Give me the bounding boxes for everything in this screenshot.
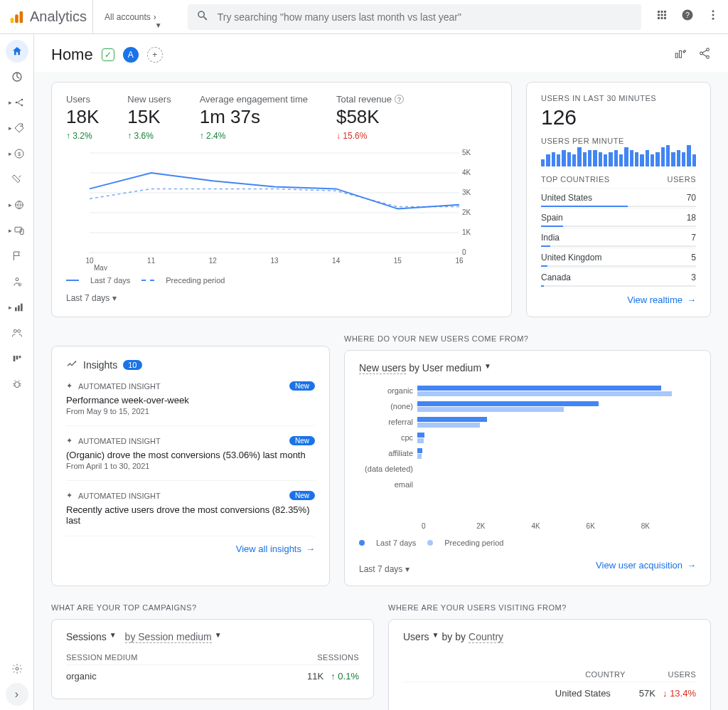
- nav-retention[interactable]: [6, 347, 28, 370]
- realtime-per-min-label: USERS PER MINUTE: [541, 137, 696, 145]
- geo-header: COUNTRYUSERS: [403, 667, 696, 682]
- kpi-new-users[interactable]: New users 15K 3.6%: [127, 94, 171, 141]
- nav-configure[interactable]: [6, 168, 28, 191]
- chevron-right-icon: ›: [154, 12, 156, 22]
- svg-text:$: $: [18, 151, 21, 157]
- header-actions: ?: [655, 9, 719, 25]
- svg-point-34: [707, 55, 710, 58]
- realtime-card: USERS IN LAST 30 MINUTES 126 USERS PER M…: [526, 82, 711, 317]
- realtime-sparkline: [541, 145, 696, 166]
- svg-rect-22: [21, 304, 23, 312]
- share-icon[interactable]: [698, 47, 711, 63]
- nav-settings[interactable]: [6, 657, 28, 680]
- app-logo[interactable]: Analytics: [9, 9, 87, 25]
- info-icon[interactable]: ?: [395, 95, 404, 104]
- date-range-picker[interactable]: Last 7 days ▾: [66, 293, 497, 303]
- insight-item[interactable]: ✦AUTOMATED INSIGHT New Recently active u…: [66, 481, 315, 536]
- side-nav: ▸ ▸ ▸$ ▸ ▸ ▸ ›: [0, 34, 34, 710]
- nav-admin[interactable]: ▸: [6, 194, 28, 216]
- svg-rect-0: [11, 17, 14, 22]
- insights-icon: [66, 358, 77, 371]
- search-bar[interactable]: [188, 4, 641, 30]
- svg-rect-16: [15, 227, 21, 232]
- badge-a[interactable]: A: [123, 47, 139, 63]
- sources-card: New users by User medium ▼ organic (none…: [344, 350, 711, 586]
- nav-home[interactable]: [6, 40, 28, 63]
- country-row[interactable]: Canada3: [541, 267, 696, 287]
- nav-device[interactable]: ▸: [6, 219, 28, 242]
- sparkle-icon: ✦: [66, 381, 73, 391]
- svg-point-10: [21, 99, 23, 101]
- nav-monetization[interactable]: ▸$: [6, 142, 28, 165]
- nav-reports[interactable]: [6, 65, 28, 88]
- nav-debug[interactable]: [6, 373, 28, 396]
- chevron-down-icon: ▼: [215, 631, 222, 643]
- table-row[interactable]: United States 57K13.4%: [403, 682, 696, 704]
- nav-user[interactable]: [6, 270, 28, 293]
- country-row[interactable]: India7: [541, 228, 696, 248]
- view-realtime-link[interactable]: View realtime →: [541, 295, 696, 305]
- svg-point-32: [700, 52, 703, 55]
- apps-icon[interactable]: [655, 9, 668, 25]
- svg-text:12: 12: [209, 257, 218, 265]
- insights-header: Insights 10: [66, 358, 315, 371]
- help-icon[interactable]: ?: [681, 9, 694, 25]
- svg-rect-26: [16, 356, 18, 359]
- nav-tag[interactable]: ▸: [6, 117, 28, 139]
- realtime-value: 126: [541, 105, 696, 129]
- svg-text:15: 15: [394, 257, 402, 265]
- page-header: Home ✓ A +: [34, 34, 728, 73]
- campaigns-card: Sessions ▼ by Session medium ▼ SESSION M…: [51, 619, 374, 699]
- nav-flag[interactable]: [6, 245, 28, 267]
- svg-text:0: 0: [462, 248, 466, 256]
- customize-icon[interactable]: [674, 47, 687, 63]
- table-row[interactable]: organic 11K0.1%: [66, 664, 359, 687]
- svg-text:3K: 3K: [462, 189, 471, 196]
- svg-point-28: [14, 382, 19, 388]
- svg-text:?: ?: [685, 11, 690, 19]
- overview-card: Users 18K 3.2% New users 15K 3.6% Averag…: [51, 82, 512, 317]
- insight-item[interactable]: ✦AUTOMATED INSIGHT New Performance week-…: [66, 371, 315, 426]
- view-all-insights-link[interactable]: View all insights →: [66, 544, 315, 554]
- svg-rect-1: [15, 14, 18, 23]
- search-input[interactable]: [218, 11, 633, 23]
- geo-dimension-picker[interactable]: Users ▼by by Country: [403, 631, 696, 643]
- add-comparison-button[interactable]: +: [147, 47, 163, 63]
- svg-point-9: [16, 102, 18, 104]
- more-icon[interactable]: [707, 9, 719, 25]
- insights-count: 10: [123, 360, 141, 370]
- view-user-acquisition-link[interactable]: View user acquisition →: [596, 560, 696, 571]
- country-row[interactable]: United States70: [541, 188, 696, 208]
- chevron-down-icon: ▼: [432, 631, 439, 643]
- kpi-revenue[interactable]: Total revenue ? $58K 15.6%: [336, 94, 404, 141]
- geo-card: Users ▼by by Country COUNTRYUSERS United…: [388, 619, 711, 710]
- chevron-down-icon: ▼: [109, 631, 117, 643]
- campaigns-dimension-picker[interactable]: Sessions ▼ by Session medium ▼: [66, 631, 359, 643]
- account-selector[interactable]: All accounts › ▼: [92, 0, 168, 33]
- sparkle-icon: ✦: [66, 436, 73, 445]
- kpi-users[interactable]: Users 18K 3.2%: [66, 94, 99, 141]
- sources-range-picker[interactable]: Last 7 days ▾: [359, 564, 410, 574]
- svg-point-29: [16, 667, 18, 670]
- country-row[interactable]: Spain18: [541, 208, 696, 228]
- svg-point-55: [75, 361, 76, 362]
- nav-library[interactable]: ▸: [6, 296, 28, 319]
- nav-collapse[interactable]: ›: [6, 683, 28, 706]
- svg-text:1K: 1K: [462, 228, 471, 236]
- country-list: United States70Spain18India7United Kingd…: [541, 188, 696, 287]
- app-name: Analytics: [30, 9, 87, 25]
- nav-explore[interactable]: ▸: [6, 91, 28, 114]
- svg-text:11: 11: [147, 257, 156, 265]
- kpi-row: Users 18K 3.2% New users 15K 3.6% Averag…: [66, 94, 497, 141]
- sources-dimension-picker[interactable]: New users by User medium ▼: [359, 362, 696, 374]
- sources-legend: Last 7 days Preceding period: [359, 539, 696, 547]
- svg-point-23: [14, 329, 16, 332]
- svg-text:5K: 5K: [462, 149, 471, 157]
- nav-audience[interactable]: [6, 322, 28, 344]
- svg-point-18: [16, 278, 18, 281]
- kpi-engagement[interactable]: Average engagement time 1m 37s 2.4%: [200, 94, 308, 141]
- sparkle-icon: ✦: [66, 491, 73, 500]
- country-row[interactable]: United Kingdom5: [541, 248, 696, 267]
- svg-text:16: 16: [455, 257, 464, 265]
- insight-item[interactable]: ✦AUTOMATED INSIGHT New (Organic) drove t…: [66, 426, 315, 481]
